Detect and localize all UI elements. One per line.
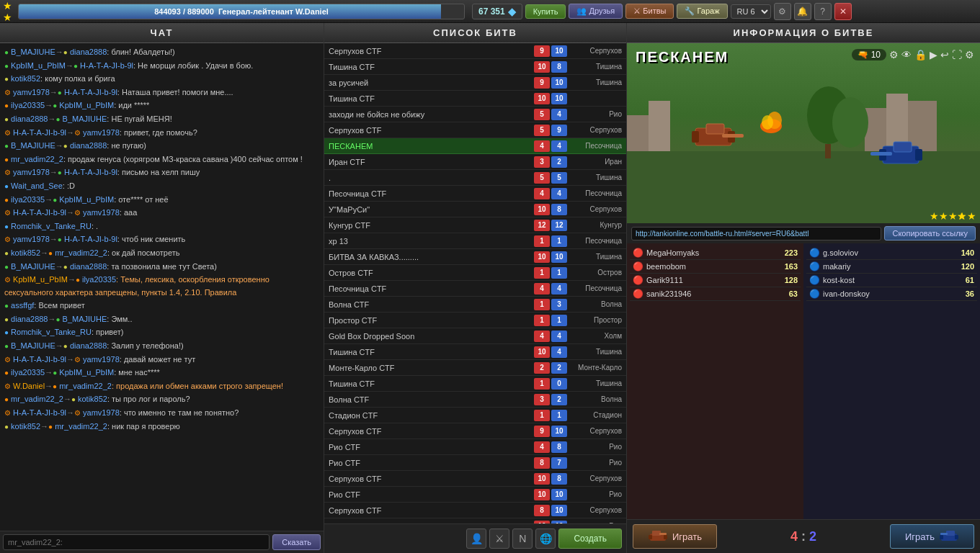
battle-row[interactable]: Серпухов CTF 5 9 Серпухов bbox=[324, 122, 626, 138]
battle-row[interactable]: хр 13 1 1 Песочница bbox=[324, 233, 626, 249]
play-right-button[interactable]: Играть bbox=[890, 524, 974, 549]
filter-icon-1[interactable]: 👤 bbox=[466, 529, 486, 549]
preview-icon-6[interactable]: ⛶ bbox=[952, 49, 962, 60]
sender-name: yamv1978 bbox=[11, 88, 50, 96]
battle-row[interactable]: Тишина CTF 1 0 Тишина bbox=[324, 376, 626, 392]
battle-row[interactable]: Рио CTF 8 7 Рио bbox=[324, 455, 626, 471]
battle-row[interactable]: Рио CTF 4 8 Рио bbox=[324, 439, 626, 455]
message-text: : Всем привет bbox=[34, 301, 84, 310]
battle-row[interactable]: Серпухов CTF 10 8 Серпухов bbox=[324, 471, 626, 487]
preview-icon-5[interactable]: ↩ bbox=[940, 49, 949, 60]
battle-name: Кунгур CTF bbox=[329, 221, 530, 230]
say-button[interactable]: Сказать bbox=[272, 534, 321, 550]
battle-row[interactable]: Волна CTF 3 2 Волна bbox=[324, 392, 626, 408]
create-battle-button[interactable]: Создать bbox=[558, 529, 622, 549]
info-header: ИНФОРМАЦИЯ О БИТВЕ bbox=[627, 23, 980, 43]
preview-icon-2[interactable]: 👁 bbox=[901, 49, 912, 60]
battle-map: Монте-Карло bbox=[571, 364, 622, 372]
preview-icon-7[interactable]: ⚙ bbox=[965, 49, 974, 60]
sender-icon: ⚙ bbox=[4, 89, 11, 96]
buy-button[interactable]: Купить bbox=[525, 4, 566, 19]
receiver-name: yamv1978 bbox=[81, 355, 120, 364]
battle-row[interactable]: Серпухов CTF 8 10 Серпухов bbox=[324, 503, 626, 518]
player-score: 63 bbox=[789, 289, 798, 298]
battle-scores: 5 4 bbox=[534, 109, 567, 120]
battles-list[interactable]: Серпухов CTF 9 10 Серпухов Тишина CTF 10… bbox=[324, 43, 626, 523]
message-text: : Эмм.. bbox=[107, 315, 132, 323]
battle-row[interactable]: Песочница CTF 4 4 Песочница bbox=[324, 281, 626, 297]
battle-row[interactable]: Стадион CTF 1 1 Стадион bbox=[324, 408, 626, 423]
region-select[interactable]: RU 6 RU 1 EU 1 bbox=[731, 4, 771, 19]
battles-footer: 👤 ⚔ N 🌐 Создать bbox=[324, 523, 626, 553]
score-red: 3 bbox=[534, 394, 550, 405]
battle-scores: 5 9 bbox=[534, 125, 567, 136]
preview-icon-1[interactable]: ⚙ bbox=[889, 49, 899, 60]
battle-row[interactable]: Песочница CTF 4 4 Песочница bbox=[324, 186, 626, 202]
svg-rect-1 bbox=[627, 115, 649, 151]
score-red: 5 bbox=[534, 125, 550, 136]
battle-row[interactable]: Gold Box Dropped Soon 4 4 Холм bbox=[324, 328, 626, 344]
sender-name: assffgf bbox=[9, 301, 34, 310]
filter-icon-3[interactable]: N bbox=[512, 529, 533, 549]
battle-row[interactable]: ПЕСКАНЕМ 4 4 Песочница bbox=[324, 138, 626, 154]
chat-messages[interactable]: ● B_MAJIUHE→● diana2888: блин! Абалдеты!… bbox=[0, 43, 324, 531]
receiver-name: KpbIM_u_PbIM bbox=[57, 368, 114, 377]
battle-row[interactable]: Тишина CTF 10 10 bbox=[324, 91, 626, 107]
preview-icon-4[interactable]: ▶ bbox=[930, 49, 937, 60]
garage-button[interactable]: 🔧 Гараж bbox=[677, 4, 727, 19]
settings-icon[interactable]: ⚙ bbox=[774, 3, 791, 20]
battle-map: Тишина bbox=[571, 78, 622, 86]
battle-row[interactable]: Волна CTF 1 3 Волна bbox=[324, 297, 626, 313]
battle-row[interactable]: Иран CTF 3 2 Иран bbox=[324, 154, 626, 170]
battle-row[interactable]: Серпухов CTF 9 10 Серпухов bbox=[324, 423, 626, 439]
tank-icon: 🔴 bbox=[633, 248, 643, 258]
battle-row[interactable]: БИТВА ЗА КАВКАЗ......... 10 10 Тишина bbox=[324, 249, 626, 265]
battle-row[interactable]: Монте-Карло CTF 2 2 Монте-Карло bbox=[324, 360, 626, 376]
help-icon[interactable]: ? bbox=[814, 3, 832, 20]
battle-link-input[interactable] bbox=[631, 227, 881, 240]
battle-row[interactable]: Простор CTF 1 1 Простор bbox=[324, 313, 626, 328]
battle-row[interactable]: Серпухов CTF 9 10 Серпухов bbox=[324, 43, 626, 59]
svg-rect-21 bbox=[870, 152, 892, 156]
play-left-button[interactable]: Играть bbox=[633, 524, 717, 549]
battle-scores: 2 2 bbox=[534, 362, 567, 374]
battle-row[interactable]: Тишина CTF 10 8 Тишина bbox=[324, 59, 626, 75]
score-red: 10 bbox=[534, 204, 550, 215]
chat-message: ● assffgf: Всем привет bbox=[4, 300, 319, 313]
filter-icon-2[interactable]: ⚔ bbox=[489, 529, 509, 549]
battles-button[interactable]: ⚔ Битвы bbox=[625, 4, 674, 19]
score-blue: 10 bbox=[551, 93, 567, 104]
battle-preview: ★★★★★ ★ ПЕСКАНЕМ 🔫 10 ⚙ 👁 🔒 ▶ ↩ ⛶ ⚙ bbox=[627, 43, 980, 223]
chat-panel: ЧАТ ● B_MAJIUHE→● diana2888: блин! Абалд… bbox=[0, 23, 324, 553]
copy-link-button[interactable]: Скопировать ссылку bbox=[884, 226, 976, 240]
battle-row[interactable]: Рио CTF 10 10 Рио bbox=[324, 487, 626, 503]
battle-map: Тишина bbox=[571, 379, 622, 387]
score-red: 10 bbox=[534, 346, 550, 358]
battle-row[interactable]: заходи не бойся не обижу 5 4 Рио bbox=[324, 107, 626, 122]
preview-icon-3[interactable]: 🔒 bbox=[914, 49, 927, 60]
battle-row[interactable]: У"МаРуСи" 10 8 Серпухов bbox=[324, 202, 626, 217]
sender-name: H-A-T-A-JI-b-9l bbox=[11, 208, 66, 217]
tank-icon: 🔴 bbox=[633, 261, 643, 271]
battle-row[interactable]: . 5 5 Тишина bbox=[324, 170, 626, 186]
notification-icon[interactable]: 🔔 bbox=[794, 3, 811, 20]
battle-row[interactable]: за русичей 9 10 Тишина bbox=[324, 75, 626, 91]
svg-rect-10 bbox=[692, 131, 699, 143]
battle-map: Тишина bbox=[571, 348, 622, 356]
friends-button[interactable]: 👥 Друзья bbox=[569, 4, 623, 19]
battle-row[interactable]: Кунгур CTF 12 12 Кунгур bbox=[324, 217, 626, 233]
score-blue: 2 bbox=[551, 156, 567, 168]
close-button[interactable]: ✕ bbox=[834, 3, 852, 20]
chat-input[interactable] bbox=[3, 534, 270, 550]
score-blue: 8 bbox=[551, 204, 567, 215]
battle-row[interactable]: Остров CTF 1 1 Остров bbox=[324, 265, 626, 281]
svg-rect-28 bbox=[659, 533, 667, 535]
battle-scores: 10 10 bbox=[534, 251, 567, 263]
battle-row[interactable]: Рио CTF 10 10 Рио bbox=[324, 518, 626, 523]
filter-icon-4[interactable]: 🌐 bbox=[535, 529, 556, 549]
player-name: kost-kost bbox=[823, 276, 966, 284]
receiver-name: yamv1978 bbox=[81, 208, 120, 217]
message-text: : иди ***** bbox=[114, 101, 149, 109]
receiver-name: KpbIM_u_PbIM bbox=[57, 101, 114, 109]
battle-row[interactable]: Тишина CTF 10 4 Тишина bbox=[324, 344, 626, 360]
